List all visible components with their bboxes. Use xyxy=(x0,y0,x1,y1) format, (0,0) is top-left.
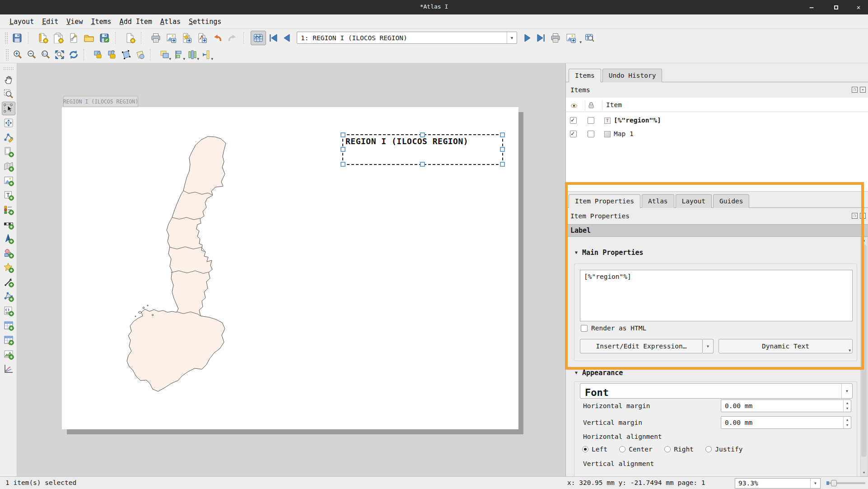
add-fixed-table-button[interactable] xyxy=(2,333,15,347)
resize-handle[interactable] xyxy=(500,147,505,152)
pan-tool-button[interactable] xyxy=(2,73,15,86)
appearance-header[interactable]: Appearance xyxy=(575,369,623,377)
layout-canvas[interactable]: REGION I (ILOCOS REGION) REGION I (ILOCO… xyxy=(17,63,565,476)
add-attribute-table-button[interactable] xyxy=(2,319,15,332)
tab-undo-history[interactable]: Undo History xyxy=(602,69,663,82)
add-plot-button[interactable] xyxy=(2,362,15,376)
resize-handle[interactable] xyxy=(341,162,345,167)
last-feature-button[interactable] xyxy=(534,31,548,45)
scroll-down-icon[interactable] xyxy=(861,470,867,476)
render-html-checkbox[interactable] xyxy=(581,325,588,332)
add-map-button[interactable] xyxy=(2,160,15,173)
font-dropdown-icon[interactable] xyxy=(841,384,852,398)
add-marker-button[interactable] xyxy=(2,261,15,274)
align-items-button[interactable] xyxy=(171,47,185,62)
zoom-in-button[interactable] xyxy=(10,47,24,62)
resize-handle[interactable] xyxy=(500,132,505,137)
menu-edit[interactable]: Edit xyxy=(38,16,62,28)
resize-handle[interactable] xyxy=(500,162,505,167)
export-svg-button[interactable] xyxy=(179,31,194,45)
resize-handle[interactable] xyxy=(420,132,425,137)
dynamic-text-button[interactable]: Dynamic Text xyxy=(719,339,853,353)
resize-handle[interactable] xyxy=(341,147,345,152)
visibility-checkbox[interactable] xyxy=(570,131,577,137)
resize-items-button[interactable] xyxy=(199,47,213,62)
scroll-up-icon[interactable] xyxy=(861,237,867,244)
select-all-button[interactable] xyxy=(119,47,133,62)
label-text-input[interactable]: [%"region"%] xyxy=(580,270,853,321)
select-move-item-tool-button[interactable] xyxy=(2,102,15,115)
menu-items[interactable]: Items xyxy=(87,16,115,28)
tab-item-properties[interactable]: Item Properties xyxy=(569,194,640,208)
lock-checkbox[interactable] xyxy=(588,117,594,124)
preview-atlas-toggle[interactable] xyxy=(251,31,266,45)
radio-justify[interactable]: Justify xyxy=(705,446,742,453)
float-panel-icon[interactable] xyxy=(852,213,858,219)
first-feature-button[interactable] xyxy=(266,31,280,45)
item-row-map[interactable]: Map 1 xyxy=(566,127,868,141)
zoom-out-button[interactable] xyxy=(24,47,38,62)
redo-button[interactable] xyxy=(225,31,240,45)
close-panel-icon[interactable] xyxy=(860,87,866,93)
minimize-button[interactable] xyxy=(806,3,817,12)
font-button[interactable]: Font xyxy=(580,383,853,399)
h-margin-spinbox[interactable]: 0.00 mm xyxy=(721,400,851,412)
print-atlas-button[interactable] xyxy=(548,31,563,45)
item-row-label[interactable]: T [%"region"%] xyxy=(566,114,868,127)
save-as-template-button[interactable] xyxy=(97,31,112,45)
layout-manager-button[interactable] xyxy=(66,31,81,45)
print-button[interactable] xyxy=(148,31,163,45)
unlock-items-button[interactable] xyxy=(105,47,119,62)
atlas-settings-button[interactable] xyxy=(582,31,597,45)
menu-layout[interactable]: Layout xyxy=(5,16,38,28)
add-shape-button[interactable] xyxy=(2,246,15,260)
add-elevation-profile-button[interactable] xyxy=(2,348,15,361)
tab-items[interactable]: Items xyxy=(569,69,601,82)
add-arrow-button[interactable] xyxy=(2,275,15,289)
radio-center[interactable]: Center xyxy=(619,446,652,453)
float-panel-icon[interactable] xyxy=(852,87,858,93)
zoom-full-button[interactable] xyxy=(52,47,66,62)
zoom-level-combo[interactable]: 93.3% xyxy=(735,478,821,489)
scrollbar-thumb[interactable] xyxy=(861,244,867,457)
undo-button[interactable] xyxy=(210,31,225,45)
previous-feature-button[interactable] xyxy=(280,31,294,45)
menu-settings[interactable]: Settings xyxy=(185,16,225,28)
resize-handle[interactable] xyxy=(341,132,345,137)
menu-view[interactable]: View xyxy=(62,16,87,28)
visibility-checkbox[interactable] xyxy=(570,117,577,124)
add-page-button[interactable] xyxy=(2,145,15,159)
maximize-button[interactable] xyxy=(830,3,842,12)
export-atlas-button[interactable] xyxy=(563,31,579,45)
v-margin-spinbox[interactable]: 0.00 mm xyxy=(721,416,851,429)
add-node-item-button[interactable] xyxy=(2,290,15,303)
tab-layout[interactable]: Layout xyxy=(676,194,712,208)
new-layout-button[interactable] xyxy=(35,31,51,45)
menu-add-item[interactable]: Add Item xyxy=(116,16,156,28)
lock-checkbox[interactable] xyxy=(588,131,594,137)
atlas-feature-combo[interactable]: 1: REGION I (ILOCOS REGION) xyxy=(297,32,517,44)
add-label-button[interactable]: T xyxy=(2,188,15,202)
zoom-actual-button[interactable]: 1:1 xyxy=(38,47,52,62)
add-picture-button[interactable] xyxy=(2,174,15,188)
move-content-tool-button[interactable] xyxy=(2,116,15,130)
tab-guides[interactable]: Guides xyxy=(713,194,749,208)
render-as-html-row[interactable]: Render as HTML xyxy=(581,324,646,332)
spin-arrows[interactable] xyxy=(843,417,851,428)
save-project-button[interactable] xyxy=(9,31,25,45)
toolbar-grip[interactable] xyxy=(5,32,8,44)
close-panel-icon[interactable] xyxy=(860,213,866,219)
toolbar-grip[interactable] xyxy=(5,49,9,61)
zoom-dropdown-icon[interactable] xyxy=(810,479,820,488)
tab-atlas[interactable]: Atlas xyxy=(642,194,674,208)
edit-nodes-tool-button[interactable] xyxy=(2,131,15,144)
close-button[interactable] xyxy=(853,3,864,12)
spin-arrows[interactable] xyxy=(843,400,851,412)
radio-left[interactable]: Left xyxy=(582,446,607,453)
new-item-from-template-button[interactable] xyxy=(122,31,138,45)
deselect-all-button[interactable] xyxy=(133,47,147,62)
map-item[interactable] xyxy=(122,133,230,395)
add-scalebar-button[interactable] xyxy=(2,217,15,231)
open-button[interactable] xyxy=(81,31,97,45)
duplicate-layout-button[interactable] xyxy=(51,31,66,45)
